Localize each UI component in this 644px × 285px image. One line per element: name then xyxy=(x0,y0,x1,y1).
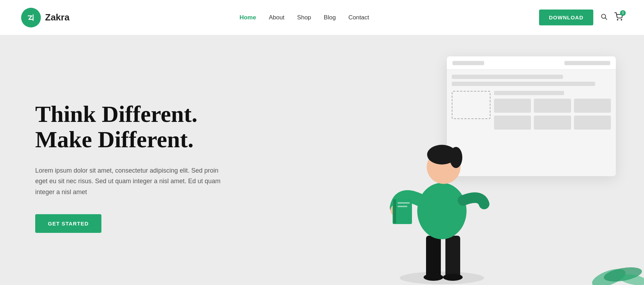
mockup-bar-1 xyxy=(452,61,484,65)
navbar: Zakra Home About Shop Blog Contact DOWNL… xyxy=(0,0,644,35)
nav-link-home[interactable]: Home xyxy=(239,14,256,21)
svg-rect-19 xyxy=(398,206,407,207)
leaves-illustration xyxy=(588,243,644,285)
nav-link-shop[interactable]: Shop xyxy=(297,14,311,21)
svg-point-11 xyxy=(417,183,467,239)
svg-rect-7 xyxy=(426,236,441,278)
mockup-line-2 xyxy=(452,82,595,86)
nav-right: DOWNLOAD 0 xyxy=(539,10,623,25)
logo-area[interactable]: Zakra xyxy=(21,8,69,27)
logo-icon xyxy=(21,8,41,27)
svg-point-10 xyxy=(443,274,463,281)
nav-item-shop[interactable]: Shop xyxy=(297,14,311,21)
svg-point-9 xyxy=(424,274,443,281)
search-button[interactable] xyxy=(600,13,607,22)
svg-point-4 xyxy=(617,19,618,20)
mockup-line-3 xyxy=(494,91,564,95)
hero-illustration xyxy=(246,35,644,285)
hero-title-line1: Think Different. xyxy=(35,101,198,127)
cart-button[interactable]: 0 xyxy=(614,12,623,23)
search-icon xyxy=(600,13,607,20)
nav-item-home[interactable]: Home xyxy=(239,14,256,21)
hero-title: Think Different. Make Different. xyxy=(35,101,225,153)
hero-title-line2: Make Different. xyxy=(35,126,194,152)
mockup-grid-cell-2 xyxy=(534,99,571,113)
nav-links: Home About Shop Blog Contact xyxy=(239,14,369,21)
cart-badge: 0 xyxy=(620,10,626,16)
svg-point-14 xyxy=(450,147,462,168)
svg-rect-8 xyxy=(445,236,460,278)
person-illustration xyxy=(371,98,519,285)
mockup-grid-cell-6 xyxy=(574,116,611,130)
svg-point-0 xyxy=(25,12,37,23)
hero-subtitle: Lorem ipsum dolor sit amet, consectetur … xyxy=(35,165,225,198)
download-button[interactable]: DOWNLOAD xyxy=(539,10,593,25)
mockup-grid-cell-5 xyxy=(534,116,571,130)
mockup-line-1 xyxy=(452,75,563,79)
logo-text: Zakra xyxy=(45,12,69,23)
mockup-top-bar xyxy=(447,56,616,70)
nav-link-blog[interactable]: Blog xyxy=(324,14,336,21)
nav-link-contact[interactable]: Contact xyxy=(349,14,369,21)
get-started-button[interactable]: GET STARTED xyxy=(35,214,101,233)
mockup-grid-cell-3 xyxy=(574,99,611,113)
svg-point-5 xyxy=(621,19,622,20)
svg-line-3 xyxy=(605,18,607,20)
hero-content: Think Different. Make Different. Lorem i… xyxy=(0,35,246,285)
nav-item-about[interactable]: About xyxy=(269,14,284,21)
mockup-bar-2 xyxy=(564,61,610,65)
nav-link-about[interactable]: About xyxy=(269,14,284,21)
svg-rect-17 xyxy=(393,199,396,223)
nav-item-blog[interactable]: Blog xyxy=(324,14,336,21)
hero-section: Think Different. Make Different. Lorem i… xyxy=(0,35,644,285)
nav-item-contact[interactable]: Contact xyxy=(349,14,369,21)
svg-rect-18 xyxy=(398,202,410,204)
